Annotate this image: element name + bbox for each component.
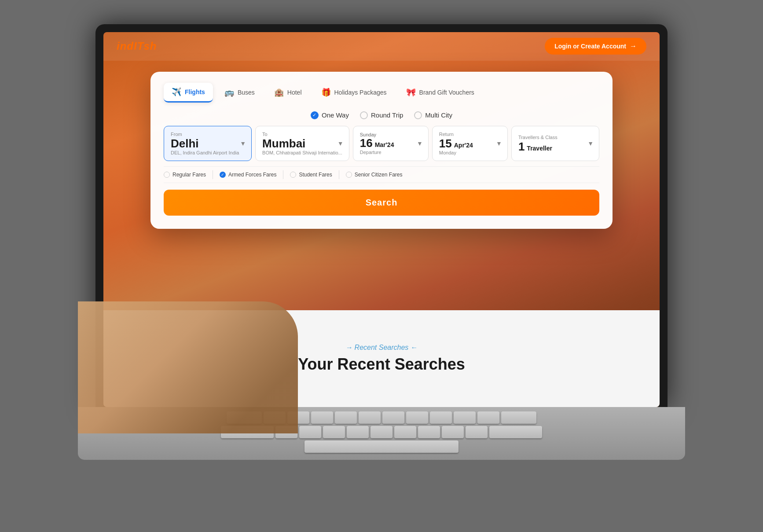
key-u <box>406 411 428 424</box>
fare-armed-check-icon: ✓ <box>220 172 226 178</box>
return-day: Monday <box>439 150 501 155</box>
tab-holidays-label: Holidays Packages <box>334 89 387 96</box>
tab-holidays[interactable]: 🎁 Holidays Packages <box>313 83 395 102</box>
hand-overlay <box>78 301 298 433</box>
traveller-field[interactable]: Travellers & Class 1 Traveller ▼ <box>511 126 599 161</box>
key-s <box>299 426 321 438</box>
laptop-keyboard <box>78 407 685 460</box>
fare-divider-2 <box>283 170 283 179</box>
tab-hotel-label: Hotel <box>287 89 302 96</box>
key-i <box>430 411 452 424</box>
key-e <box>311 411 333 424</box>
tab-vouchers-label: Brand Gift Vouchers <box>419 89 474 96</box>
fare-senior[interactable]: Senior Citizen Fares <box>346 172 403 178</box>
tab-hotel[interactable]: 🏨 Hotel <box>266 83 310 102</box>
departure-month: Mar'24 <box>375 141 394 148</box>
tab-buses-label: Buses <box>238 89 255 96</box>
fare-student-radio-icon <box>290 172 296 178</box>
fare-options: Regular Fares ✓ Armed Forces Fares Stude… <box>164 166 599 183</box>
recent-searches-tag: Recent Searches <box>345 344 418 352</box>
traveller-unit: Traveller <box>527 145 552 152</box>
fare-regular-label: Regular Fares <box>172 172 206 178</box>
fare-regular[interactable]: Regular Fares <box>164 172 206 178</box>
key-g <box>370 426 393 438</box>
key-r <box>335 411 357 424</box>
key-d <box>323 426 345 438</box>
key-o <box>454 411 476 424</box>
key-t <box>359 411 381 424</box>
from-city: Delhi <box>171 138 245 149</box>
fare-divider-1 <box>213 170 213 179</box>
brand-logo: indITsh <box>117 40 157 52</box>
departure-dropdown-arrow-icon: ▼ <box>417 140 423 147</box>
round-trip-radio-icon <box>360 111 368 119</box>
flights-icon: ✈️ <box>172 87 181 97</box>
key-y <box>382 411 404 424</box>
flight-search-form: From Delhi DEL, Indira Gandhi Airport In… <box>164 126 599 161</box>
from-label: From <box>171 132 245 137</box>
return-label: Return <box>439 132 501 137</box>
key-j <box>418 426 440 438</box>
navbar: indITsh Login or Create Account <box>103 32 660 61</box>
key-l <box>466 426 488 438</box>
from-airport: DEL, Indira Gandhi Airport India <box>171 150 245 155</box>
to-label: To <box>262 132 342 137</box>
fare-regular-radio-icon <box>164 172 170 178</box>
to-field[interactable]: To Mumbai BOM, Chhatrapati Shivaji Inter… <box>255 126 349 161</box>
trip-option-one-way[interactable]: ✓ One Way <box>311 111 349 119</box>
key-k <box>442 426 464 438</box>
buses-icon: 🚌 <box>224 88 234 97</box>
recent-searches-title: Your Recent Searches <box>298 355 465 374</box>
traveller-dropdown-arrow-icon: ▼ <box>587 140 594 147</box>
search-widget: ✈️ Flights 🚌 Buses 🏨 Hotel 🎁 <box>150 72 613 229</box>
fare-student-label: Student Fares <box>299 172 332 178</box>
trip-option-round-trip[interactable]: Round Trip <box>360 111 403 119</box>
key-space <box>304 440 459 453</box>
tab-vouchers[interactable]: 🎀 Brand Gift Vouchers <box>398 83 482 102</box>
vouchers-icon: 🎀 <box>406 88 416 97</box>
key-f <box>347 426 369 438</box>
key-backspace <box>501 411 536 424</box>
tab-flights[interactable]: ✈️ Flights <box>164 83 213 103</box>
traveller-count: 1 <box>518 141 525 152</box>
search-button[interactable]: Search <box>164 190 599 216</box>
category-tabs: ✈️ Flights 🚌 Buses 🏨 Hotel 🎁 <box>164 83 599 103</box>
login-button[interactable]: Login or Create Account <box>545 38 646 55</box>
one-way-check-icon: ✓ <box>311 111 319 119</box>
hotel-icon: 🏨 <box>274 88 284 97</box>
fare-armed[interactable]: ✓ Armed Forces Fares <box>220 172 276 178</box>
departure-date: 16 <box>360 137 373 149</box>
fare-student[interactable]: Student Fares <box>290 172 332 178</box>
return-month: Apr'24 <box>454 142 473 149</box>
trip-option-multi-city[interactable]: Multi City <box>414 111 452 119</box>
return-field[interactable]: Return 15 Apr'24 Monday ▼ <box>432 126 508 161</box>
tab-buses[interactable]: 🚌 Buses <box>216 83 263 102</box>
to-airport: BOM, Chhatrapati Shivaji Internatio... <box>262 150 342 155</box>
key-h <box>394 426 416 438</box>
multi-city-radio-icon <box>414 111 422 119</box>
fare-senior-label: Senior Citizen Fares <box>355 172 403 178</box>
round-trip-label: Round Trip <box>371 111 403 119</box>
fare-divider-3 <box>339 170 339 179</box>
from-dropdown-arrow-icon: ▼ <box>240 140 246 147</box>
tab-flights-label: Flights <box>185 88 205 95</box>
holidays-icon: 🎁 <box>321 88 331 97</box>
departure-field[interactable]: Sunday 16 Mar'24 Departure ▼ <box>353 126 429 161</box>
return-dropdown-arrow-icon: ▼ <box>496 140 502 147</box>
to-dropdown-arrow-icon: ▼ <box>337 140 344 147</box>
to-city: Mumbai <box>262 138 342 149</box>
key-p <box>477 411 499 424</box>
traveller-label: Travellers & Class <box>518 135 592 140</box>
multi-city-label: Multi City <box>425 111 452 119</box>
departure-sub: Departure <box>360 150 422 155</box>
fare-armed-label: Armed Forces Fares <box>228 172 276 178</box>
from-field[interactable]: From Delhi DEL, Indira Gandhi Airport In… <box>164 126 252 161</box>
fare-senior-radio-icon <box>346 172 352 178</box>
key-enter <box>489 426 542 438</box>
return-date: 15 <box>439 138 452 149</box>
trip-type-options: ✓ One Way Round Trip Multi City <box>164 111 599 119</box>
one-way-label: One Way <box>322 111 349 119</box>
